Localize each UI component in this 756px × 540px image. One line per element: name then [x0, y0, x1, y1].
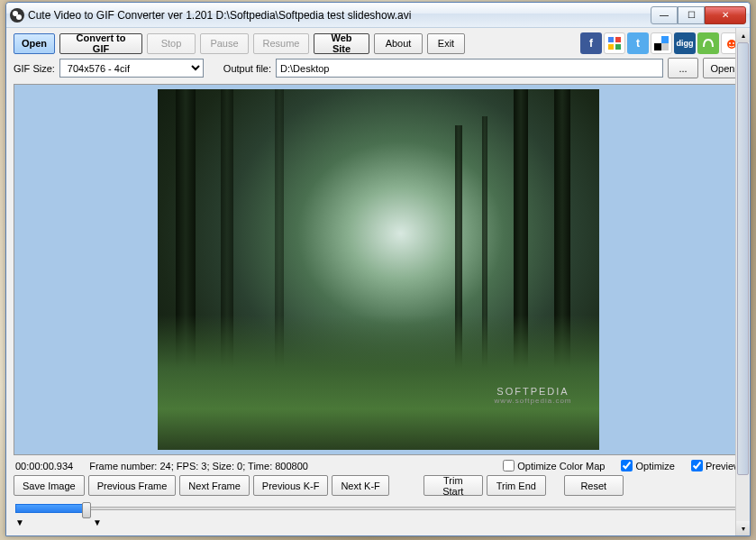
video-frame: SOFTPEDIA www.softpedia.com [158, 89, 599, 450]
scroll-down-button[interactable]: ▾ [736, 521, 750, 535]
svg-rect-8 [654, 43, 661, 50]
window-controls: ― ☐ ✕ [651, 6, 746, 24]
google-icon[interactable] [604, 32, 625, 54]
optimize-checkbox[interactable]: Optimize [621, 460, 674, 471]
slider-fill [15, 504, 86, 513]
maximize-button[interactable]: ☐ [678, 6, 705, 24]
delicious-icon[interactable] [651, 32, 672, 54]
svg-rect-9 [661, 43, 669, 50]
stumbleupon-icon[interactable] [697, 32, 719, 54]
reset-button[interactable]: Reset [564, 475, 624, 496]
frame-buttons: Save Image Previous Frame Next Frame Pre… [14, 475, 742, 496]
resume-button[interactable]: Resume [253, 33, 309, 54]
output-label: Output file: [223, 63, 271, 74]
minimize-button[interactable]: ― [651, 6, 678, 24]
preview-checkbox[interactable]: Preview [691, 460, 741, 471]
scroll-thumb[interactable] [737, 42, 749, 475]
digg-icon[interactable]: digg [674, 32, 696, 54]
svg-point-11 [729, 42, 731, 44]
pause-button[interactable]: Pause [200, 33, 249, 54]
svg-rect-4 [608, 44, 614, 50]
main-toolbar: Open Convert to GIF Stop Pause Resume We… [14, 32, 742, 54]
trim-end-button[interactable]: Trim End [487, 475, 546, 496]
trim-start-marker[interactable]: ▼ [15, 517, 24, 527]
convert-button[interactable]: Convert to GIF [59, 33, 142, 54]
trim-end-marker[interactable]: ▼ [93, 517, 102, 527]
app-icon [10, 8, 24, 23]
svg-rect-6 [654, 36, 661, 43]
scroll-up-button[interactable]: ▴ [736, 28, 750, 42]
timeline-slider[interactable]: ▼ ▼ [14, 501, 742, 526]
svg-rect-2 [608, 37, 614, 42]
gifsize-select[interactable]: 704x576 - 4cif [59, 59, 204, 78]
save-image-button[interactable]: Save Image [14, 475, 85, 496]
close-button[interactable]: ✕ [705, 6, 746, 24]
open-button[interactable]: Open [14, 33, 55, 54]
settings-toolbar: GIF Size: 704x576 - 4cif Output file: ..… [14, 58, 742, 78]
trim-start-button[interactable]: Trim Start [424, 475, 483, 496]
output-field[interactable] [276, 59, 663, 78]
social-bar: f t digg [580, 32, 742, 54]
watermark-sub: www.softpedia.com [495, 397, 572, 405]
slider-track [15, 507, 741, 510]
vertical-scrollbar[interactable]: ▴ ▾ [735, 28, 750, 535]
svg-rect-7 [661, 36, 669, 43]
slider-thumb[interactable] [82, 502, 91, 518]
watermark-main: SOFTPEDIA [495, 386, 572, 397]
window-title: Cute Video to GIF Converter ver 1.201 D:… [28, 9, 651, 22]
twitter-icon[interactable]: t [627, 32, 649, 54]
facebook-icon[interactable]: f [580, 32, 602, 54]
previous-keyframe-button[interactable]: Previous K-F [253, 475, 329, 496]
stop-button[interactable]: Stop [147, 33, 196, 54]
time-display: 00:00:00.934 [15, 461, 73, 471]
preview-area: SOFTPEDIA www.softpedia.com [14, 84, 742, 455]
gifsize-label: GIF Size: [14, 63, 55, 74]
next-keyframe-button[interactable]: Next K-F [332, 475, 388, 496]
exit-button[interactable]: Exit [427, 33, 465, 54]
svg-rect-3 [615, 37, 621, 42]
status-row: 00:00:00.934 Frame number: 24; FPS: 3; S… [14, 460, 742, 471]
content-area: Open Convert to GIF Stop Pause Resume We… [6, 28, 750, 535]
svg-point-12 [733, 42, 734, 44]
titlebar[interactable]: Cute Video to GIF Converter ver 1.201 D:… [6, 3, 750, 28]
previous-frame-button[interactable]: Previous Frame [88, 475, 177, 496]
about-button[interactable]: About [374, 33, 423, 54]
app-window: Cute Video to GIF Converter ver 1.201 D:… [5, 2, 751, 536]
next-frame-button[interactable]: Next Frame [179, 475, 249, 496]
optimize-colormap-checkbox[interactable]: Optimize Color Map [503, 460, 605, 471]
frame-info: Frame number: 24; FPS: 3; Size: 0; Time:… [89, 461, 308, 471]
svg-rect-5 [615, 44, 621, 50]
browse-button[interactable]: ... [668, 58, 698, 78]
svg-point-1 [16, 14, 22, 20]
watermark: SOFTPEDIA www.softpedia.com [495, 386, 572, 405]
website-button[interactable]: Web Site [314, 33, 369, 54]
